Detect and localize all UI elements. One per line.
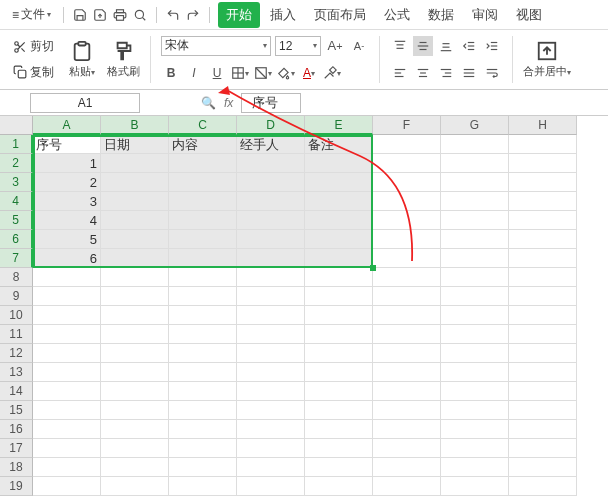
cell[interactable]	[373, 230, 441, 249]
fx-icon[interactable]: fx	[224, 96, 233, 110]
cell[interactable]	[169, 249, 237, 268]
cell[interactable]	[33, 325, 101, 344]
cell[interactable]	[509, 249, 577, 268]
align-top-button[interactable]	[390, 36, 410, 56]
cell[interactable]	[441, 458, 509, 477]
cell[interactable]: 内容	[169, 135, 237, 154]
cell[interactable]	[169, 306, 237, 325]
row-header[interactable]: 8	[0, 268, 33, 287]
ribbon-tab[interactable]: 视图	[508, 2, 550, 28]
row-header[interactable]: 9	[0, 287, 33, 306]
ribbon-tab[interactable]: 公式	[376, 2, 418, 28]
wrap-text-button[interactable]	[482, 63, 502, 83]
cell[interactable]	[509, 287, 577, 306]
cell[interactable]	[237, 211, 305, 230]
italic-button[interactable]: I	[184, 63, 204, 83]
cell[interactable]	[101, 154, 169, 173]
cell[interactable]	[441, 154, 509, 173]
cell[interactable]	[509, 420, 577, 439]
cell[interactable]	[101, 458, 169, 477]
cell[interactable]	[441, 230, 509, 249]
row-header[interactable]: 1	[0, 135, 33, 154]
cell[interactable]	[237, 363, 305, 382]
cell[interactable]	[441, 477, 509, 496]
cell[interactable]	[441, 420, 509, 439]
cell[interactable]	[237, 173, 305, 192]
align-right-button[interactable]	[436, 63, 456, 83]
borders-button[interactable]: ▾	[230, 63, 250, 83]
cell[interactable]	[169, 458, 237, 477]
cell[interactable]	[169, 211, 237, 230]
cell[interactable]	[101, 382, 169, 401]
cell[interactable]	[509, 173, 577, 192]
column-header[interactable]: C	[169, 116, 237, 135]
cell[interactable]	[305, 249, 373, 268]
font-name-combo[interactable]: 宋体 ▾	[161, 36, 271, 56]
paste-button[interactable]: 粘贴▾	[65, 34, 99, 85]
cell[interactable]	[169, 325, 237, 344]
cell[interactable]	[441, 306, 509, 325]
cell[interactable]	[441, 363, 509, 382]
cell[interactable]	[101, 306, 169, 325]
cell[interactable]	[373, 458, 441, 477]
cell[interactable]	[33, 287, 101, 306]
cell[interactable]	[305, 211, 373, 230]
column-header[interactable]: B	[101, 116, 169, 135]
cell[interactable]	[169, 401, 237, 420]
column-header[interactable]: E	[305, 116, 373, 135]
cell[interactable]	[33, 420, 101, 439]
cell[interactable]	[237, 477, 305, 496]
cell[interactable]	[509, 363, 577, 382]
cell[interactable]	[373, 249, 441, 268]
cell[interactable]	[305, 420, 373, 439]
cell[interactable]	[509, 439, 577, 458]
cell[interactable]	[169, 344, 237, 363]
cell[interactable]	[509, 325, 577, 344]
cell[interactable]	[237, 420, 305, 439]
cell[interactable]	[509, 211, 577, 230]
cell[interactable]: 2	[33, 173, 101, 192]
file-menu[interactable]: ≡ 文件 ▾	[8, 4, 55, 25]
merge-center-button[interactable]: 合并居中▾	[519, 34, 575, 85]
cell[interactable]	[237, 192, 305, 211]
align-middle-button[interactable]	[413, 36, 433, 56]
cell[interactable]	[373, 154, 441, 173]
cell[interactable]	[101, 420, 169, 439]
undo-icon[interactable]	[165, 7, 181, 23]
decrease-indent-button[interactable]	[459, 36, 479, 56]
row-header[interactable]: 7	[0, 249, 33, 268]
cell[interactable]	[101, 344, 169, 363]
cell[interactable]	[509, 268, 577, 287]
shrink-font-button[interactable]: A-	[349, 36, 369, 56]
redo-icon[interactable]	[185, 7, 201, 23]
bold-button[interactable]: B	[161, 63, 181, 83]
row-header[interactable]: 5	[0, 211, 33, 230]
cell[interactable]	[373, 306, 441, 325]
row-header[interactable]: 11	[0, 325, 33, 344]
copy-button[interactable]: 复制	[10, 63, 57, 82]
cell[interactable]	[373, 325, 441, 344]
cell[interactable]	[305, 401, 373, 420]
cell[interactable]: 3	[33, 192, 101, 211]
cell[interactable]	[237, 230, 305, 249]
cell[interactable]	[169, 420, 237, 439]
print-preview-icon[interactable]	[132, 7, 148, 23]
column-header[interactable]: H	[509, 116, 577, 135]
clear-format-button[interactable]: ▾	[322, 63, 342, 83]
cell[interactable]	[509, 401, 577, 420]
cell[interactable]	[237, 306, 305, 325]
cut-button[interactable]: 剪切	[10, 37, 57, 56]
cell[interactable]	[441, 268, 509, 287]
cell[interactable]	[237, 401, 305, 420]
cell[interactable]	[33, 268, 101, 287]
cell[interactable]	[101, 401, 169, 420]
cell[interactable]	[101, 363, 169, 382]
cell[interactable]	[305, 287, 373, 306]
row-header[interactable]: 13	[0, 363, 33, 382]
cell[interactable]	[169, 287, 237, 306]
cell[interactable]: 5	[33, 230, 101, 249]
cell[interactable]	[33, 344, 101, 363]
cell[interactable]	[509, 192, 577, 211]
row-header[interactable]: 16	[0, 420, 33, 439]
cell[interactable]	[373, 211, 441, 230]
